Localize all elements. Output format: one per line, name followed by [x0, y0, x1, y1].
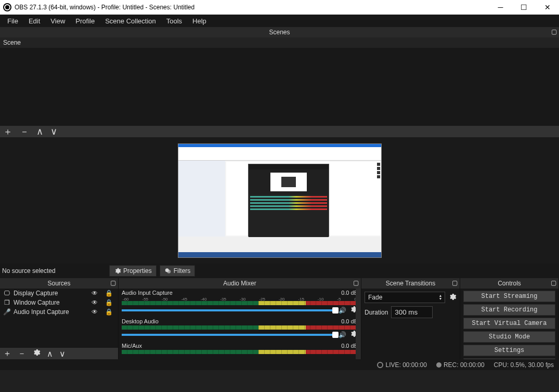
transitions-dock: Scene Transitions ▢ Fade ▴▾ Duration [361, 278, 460, 359]
rec-status: REC: 00:00:00 [436, 361, 485, 369]
menu-profile[interactable]: Profile [70, 15, 100, 27]
scenes-popout-icon[interactable]: ▢ [551, 28, 557, 35]
scene-down-icon[interactable]: ∨ [50, 126, 57, 137]
mixer-channel: Desktop Audio 0.0 dB 🔊 [122, 318, 358, 339]
visibility-icon[interactable]: 👁 [89, 299, 100, 306]
visibility-icon[interactable]: 👁 [89, 290, 100, 297]
mixer-channel: Audio Input Capture 0.0 dB -60-55-50-45-… [122, 290, 358, 315]
sources-dock-header: Sources ▢ [0, 278, 118, 289]
speaker-icon[interactable]: 🔊 [339, 307, 346, 314]
menu-view[interactable]: View [45, 15, 70, 27]
controls-dock: Controls ▢ Start Streaming Start Recordi… [460, 278, 559, 359]
channel-level: 0.0 dB [341, 343, 358, 349]
live-status: LIVE: 00:00:00 [377, 361, 426, 369]
mixer-body: Audio Input Capture 0.0 dB -60-55-50-45-… [119, 289, 361, 359]
mixer-channel: Mic/Aux 0.0 dB [122, 343, 358, 354]
mixer-dock-header: Audio Mixer ▢ [119, 278, 361, 289]
channel-name: Desktop Audio [122, 318, 159, 324]
transitions-dock-header: Scene Transitions ▢ [361, 278, 460, 289]
transition-select[interactable]: Fade ▴▾ [365, 292, 445, 303]
settings-button[interactable]: Settings [463, 345, 555, 356]
source-settings-icon[interactable] [32, 348, 41, 359]
channel-level: 0.0 dB [341, 318, 358, 324]
channel-level: 0.0 dB [341, 290, 358, 296]
transitions-body: Fade ▴▾ Duration [361, 289, 460, 359]
status-bar: LIVE: 00:00:00 REC: 00:00:00 CPU: 0.5%, … [0, 359, 559, 370]
filters-button[interactable]: Filters [160, 265, 196, 277]
scene-up-icon[interactable]: ∧ [36, 126, 43, 137]
speaker-icon[interactable]: 🔊 [339, 331, 346, 338]
start-streaming-button[interactable]: Start Streaming [463, 291, 555, 302]
mixer-popout-icon[interactable]: ▢ [353, 279, 359, 286]
scene-item[interactable]: Scene [0, 37, 559, 48]
minimize-button[interactable]: ─ [489, 0, 512, 15]
title-bar: OBS 27.1.3 (64-bit, windows) - Profile: … [0, 0, 559, 15]
sources-popout-icon[interactable]: ▢ [110, 279, 116, 286]
sources-list[interactable]: 🖵 Display Capture 👁 🔒 ❐ Window Capture 👁… [0, 289, 118, 359]
controls-dock-header: Controls ▢ [460, 278, 558, 289]
monitor-icon: 🖵 [3, 290, 10, 297]
close-button[interactable]: ✕ [536, 0, 559, 15]
transition-settings-icon[interactable] [448, 293, 457, 303]
menu-edit[interactable]: Edit [23, 15, 45, 27]
filters-icon [164, 267, 172, 275]
menu-scene-collection[interactable]: Scene Collection [100, 15, 161, 27]
sources-toolbar: ＋ － ∧ ∨ [0, 348, 118, 359]
scenes-title: Scenes [269, 29, 290, 36]
exit-button[interactable]: Exit [463, 358, 555, 359]
source-row-window[interactable]: ❐ Window Capture 👁 🔒 [0, 298, 118, 307]
sources-title: Sources [47, 280, 70, 287]
lock-icon[interactable]: 🔒 [103, 290, 115, 297]
duration-input[interactable] [391, 306, 433, 318]
sources-dock: Sources ▢ 🖵 Display Capture 👁 🔒 ❐ Window… [0, 278, 119, 359]
volume-slider[interactable] [122, 334, 335, 336]
mixer-title: Audio Mixer [223, 280, 256, 287]
source-row-audio-input[interactable]: 🎤 Audio Input Capture 👁 🔒 [0, 307, 118, 317]
preview-capture [178, 143, 382, 258]
controls-popout-icon[interactable]: ▢ [551, 279, 556, 286]
channel-settings-icon[interactable] [349, 330, 358, 339]
lock-icon[interactable]: 🔒 [103, 308, 115, 316]
audio-meter [122, 301, 358, 305]
menu-tools[interactable]: Tools [161, 15, 187, 27]
lock-icon[interactable]: 🔒 [103, 299, 115, 306]
filters-label: Filters [174, 267, 191, 275]
volume-slider[interactable] [122, 309, 335, 311]
transitions-popout-icon[interactable]: ▢ [452, 279, 458, 286]
scenes-toolbar: ＋ － ∧ ∨ [0, 126, 559, 137]
remove-scene-icon[interactable]: － [20, 125, 29, 138]
scene-list[interactable]: Scene [0, 37, 559, 126]
channel-name: Mic/Aux [122, 343, 142, 349]
menu-help[interactable]: Help [187, 15, 212, 27]
gear-icon [114, 267, 121, 275]
menu-file[interactable]: File [2, 15, 23, 27]
source-down-icon[interactable]: ∨ [59, 349, 66, 359]
studio-mode-button[interactable]: Studio Mode [463, 331, 555, 343]
remove-source-icon[interactable]: － [18, 348, 26, 359]
preview-area[interactable] [0, 137, 559, 264]
transitions-title: Scene Transitions [386, 280, 435, 287]
controls-body: Start Streaming Start Recording Start Vi… [460, 289, 558, 359]
duration-label: Duration [365, 309, 388, 316]
properties-label: Properties [123, 267, 152, 275]
properties-button[interactable]: Properties [109, 265, 157, 277]
svg-point-1 [167, 270, 171, 273]
no-source-label: No source selected [2, 267, 106, 275]
source-up-icon[interactable]: ∧ [47, 349, 53, 359]
start-virtual-camera-button[interactable]: Start Virtual Camera [463, 318, 555, 329]
channel-name: Audio Input Capture [122, 290, 173, 296]
channel-settings-icon[interactable] [349, 305, 358, 315]
audio-meter [122, 325, 358, 330]
cpu-status: CPU: 0.5%, 30.00 fps [494, 361, 554, 369]
scenes-dock-header: Scenes ▢ [0, 27, 559, 37]
audio-meter [122, 350, 358, 354]
window-icon: ❐ [3, 299, 10, 306]
maximize-button[interactable]: ☐ [512, 0, 536, 15]
live-indicator-icon [377, 362, 383, 368]
visibility-icon[interactable]: 👁 [89, 308, 100, 316]
source-row-display[interactable]: 🖵 Display Capture 👁 🔒 [0, 289, 118, 298]
window-title: OBS 27.1.3 (64-bit, windows) - Profile: … [15, 4, 194, 11]
add-source-icon[interactable]: ＋ [3, 348, 11, 359]
start-recording-button[interactable]: Start Recording [463, 304, 555, 316]
add-scene-icon[interactable]: ＋ [3, 125, 12, 138]
